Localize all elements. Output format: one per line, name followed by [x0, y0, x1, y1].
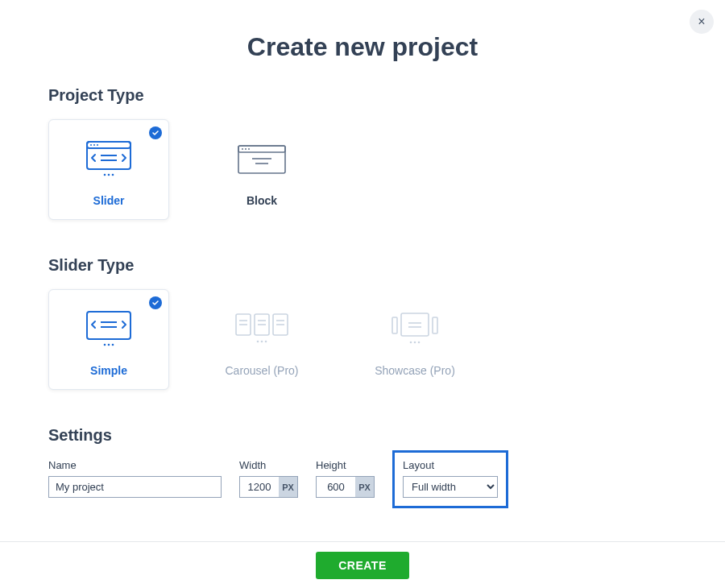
width-input[interactable] [240, 477, 279, 497]
svg-point-22 [112, 343, 114, 346]
block-icon [238, 139, 286, 180]
svg-rect-37 [401, 313, 429, 336]
svg-point-34 [265, 340, 267, 342]
svg-point-7 [104, 173, 106, 176]
showcase-icon [391, 309, 439, 350]
name-input[interactable] [48, 476, 222, 498]
section-project-type: Project Type [48, 86, 677, 220]
layout-select[interactable]: Full width [403, 476, 498, 498]
project-type-options: Slider Block [48, 119, 677, 220]
svg-point-20 [104, 343, 106, 346]
dialog-footer: CREATE [0, 541, 725, 588]
dialog-body: Create new project Project Type [0, 0, 725, 508]
name-label: Name [48, 459, 222, 471]
card-label: Slider [93, 194, 125, 207]
svg-point-9 [112, 173, 114, 176]
close-icon: × [698, 14, 705, 29]
selected-badge-icon [149, 126, 162, 139]
svg-point-8 [108, 173, 110, 176]
section-title-project-type: Project Type [48, 86, 677, 105]
card-label: Showcase (Pro) [375, 364, 455, 377]
settings-row: Name Width PX Height PX Layout [48, 459, 677, 508]
height-unit: PX [355, 477, 374, 497]
svg-point-4 [97, 144, 98, 146]
card-label: Block [246, 194, 277, 207]
section-settings: Settings Name Width PX Height PX [48, 426, 677, 508]
svg-rect-35 [392, 317, 397, 333]
field-layout-highlighted: Layout Full width [392, 450, 508, 508]
field-height: Height PX [316, 459, 375, 508]
height-label: Height [316, 459, 375, 471]
svg-point-33 [261, 340, 263, 342]
height-input[interactable] [317, 477, 355, 497]
project-type-card-block[interactable]: Block [201, 119, 322, 220]
dialog-title: Create new project [48, 32, 677, 62]
slider-type-options: Simple C [48, 289, 677, 390]
selected-badge-icon [149, 296, 162, 309]
section-slider-type: Slider Type Simple [48, 256, 677, 390]
height-input-wrap: PX [316, 476, 375, 498]
project-type-card-slider[interactable]: Slider [48, 119, 169, 220]
svg-point-13 [245, 148, 246, 150]
create-button[interactable]: CREATE [316, 552, 409, 579]
card-label: Carousel (Pro) [225, 364, 298, 377]
slider-type-card-carousel: Carousel (Pro) [201, 289, 322, 390]
field-width: Width PX [239, 459, 298, 508]
svg-point-21 [108, 343, 110, 346]
svg-point-12 [242, 148, 243, 150]
slider-icon [86, 139, 131, 180]
svg-point-40 [410, 341, 412, 343]
svg-point-41 [414, 341, 416, 343]
layout-label: Layout [403, 459, 498, 471]
slider-type-card-showcase: Showcase (Pro) [354, 289, 475, 390]
width-label: Width [239, 459, 298, 471]
field-name: Name [48, 459, 222, 508]
svg-point-3 [93, 144, 95, 146]
width-unit: PX [279, 477, 297, 497]
svg-rect-10 [238, 146, 285, 173]
close-button[interactable]: × [690, 10, 714, 34]
width-input-wrap: PX [239, 476, 298, 498]
card-label: Simple [90, 364, 127, 377]
svg-rect-36 [433, 317, 437, 333]
section-title-slider-type: Slider Type [48, 256, 677, 275]
simple-slider-icon [86, 309, 131, 350]
slider-type-card-simple[interactable]: Simple [48, 289, 169, 390]
svg-point-42 [418, 341, 420, 343]
svg-point-2 [90, 144, 92, 146]
carousel-icon [235, 309, 288, 350]
svg-point-14 [248, 148, 250, 150]
section-title-settings: Settings [48, 426, 677, 445]
svg-point-32 [257, 340, 259, 342]
